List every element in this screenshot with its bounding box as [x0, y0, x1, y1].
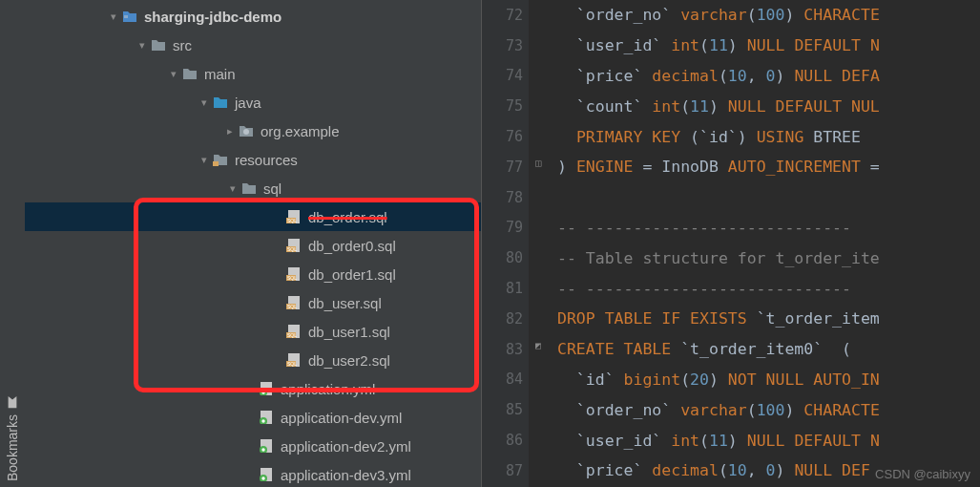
svg-point-29	[261, 448, 264, 451]
tree-item-label: application-dev3.yml	[281, 467, 411, 483]
yml-icon	[258, 410, 275, 425]
expand-arrow-icon[interactable]: ▾	[197, 96, 212, 109]
fold-up-icon[interactable]: ◫	[535, 158, 541, 168]
line-number: 74	[482, 61, 529, 92]
tree-item-label: application-dev2.yml	[281, 438, 411, 455]
tree-item-db-order-sql[interactable]: SQLdb_order.sql	[25, 202, 481, 231]
folder-blue-icon	[212, 95, 229, 110]
tree-item-label: db_order.sql	[308, 209, 387, 225]
sql-icon: SQL	[285, 324, 302, 339]
tree-item-db-user2-sql[interactable]: SQLdb_user2.sql	[25, 346, 481, 374]
code-line[interactable]	[557, 182, 980, 213]
line-number: 81	[482, 273, 529, 304]
sql-icon: SQL	[285, 266, 302, 282]
line-number: 83	[482, 334, 529, 365]
tree-item-application-dev3-yml[interactable]: application-dev3.yml	[25, 460, 481, 487]
code-line[interactable]: `price` decimal(10, 0) NULL DEF	[557, 455, 980, 486]
sql-icon: SQL	[285, 238, 302, 253]
tree-item-db-order1-sql[interactable]: SQLdb_order1.sql	[25, 260, 481, 288]
tree-item-db-order0-sql[interactable]: SQLdb_order0.sql	[25, 231, 481, 260]
svg-point-26	[261, 419, 264, 422]
tree-item-main[interactable]: ▾main	[25, 59, 481, 88]
svg-point-1	[243, 129, 249, 135]
line-number: 79	[482, 213, 529, 244]
sql-icon: SQL	[285, 295, 302, 310]
editor-gutter: 72737475767778798081828384858687	[481, 0, 529, 487]
code-line[interactable]: `order_no` varchar(100) CHARACTE	[557, 0, 980, 31]
line-number: 73	[482, 31, 529, 61]
tree-item-label: db_user1.sql	[308, 324, 390, 340]
yml-icon	[258, 467, 275, 482]
expand-arrow-icon[interactable]: ▾	[166, 68, 181, 80]
yml-icon	[258, 381, 275, 396]
tree-item-application-dev2-yml[interactable]: application-dev2.yml	[25, 432, 481, 460]
tree-item-sharging-jdbc-demo[interactable]: ▾sharging-jdbc-demo	[25, 2, 481, 31]
line-number: 85	[482, 394, 529, 425]
tree-item-application-yml[interactable]: application.yml	[25, 374, 481, 403]
code-line[interactable]: ◩CREATE TABLE `t_order_item0` (	[557, 334, 980, 365]
line-number: 84	[482, 365, 529, 395]
folder-icon	[240, 180, 258, 196]
tree-item-label: db_order1.sql	[308, 266, 396, 283]
tree-item-label: application.yml	[281, 381, 375, 397]
svg-rect-0	[124, 15, 128, 18]
line-number: 77	[482, 152, 529, 182]
tree-item-db-user-sql[interactable]: SQLdb_user.sql	[25, 288, 481, 317]
line-number: 80	[482, 243, 529, 273]
line-number: 72	[482, 0, 529, 31]
fold-down-icon[interactable]: ◩	[535, 340, 541, 350]
tree-item-label: org.example	[261, 123, 340, 139]
tree-item-application-dev-yml[interactable]: application-dev.yml	[25, 403, 481, 432]
line-number: 86	[482, 425, 529, 455]
code-editor[interactable]: `order_no` varchar(100) CHARACTE `user_i…	[529, 0, 980, 487]
tree-item-sql[interactable]: ▾sql	[25, 174, 481, 202]
code-line[interactable]: `user_id` int(11) NULL DEFAULT N	[557, 425, 980, 455]
sql-icon: SQL	[285, 352, 302, 368]
line-number: 75	[482, 91, 529, 121]
folder-icon	[150, 37, 167, 53]
tree-item-src[interactable]: ▾src	[25, 31, 481, 59]
code-line[interactable]: `count` int(11) NULL DEFAULT NUL	[557, 91, 980, 121]
code-line[interactable]: -- ----------------------------	[557, 273, 980, 304]
package-icon	[238, 123, 255, 138]
expand-arrow-icon[interactable]: ▾	[135, 39, 150, 52]
tree-item-label: db_user.sql	[308, 295, 382, 311]
tree-item-label: src	[173, 37, 192, 53]
line-number: 76	[482, 121, 529, 152]
code-line[interactable]: PRIMARY KEY (`id`) USING BTREE	[557, 121, 980, 152]
code-line[interactable]: DROP TABLE IF EXISTS `t_order_item	[557, 304, 980, 334]
project-tree-panel[interactable]: ▾sharging-jdbc-demo▾src▾main▾java▸org.ex…	[25, 0, 481, 487]
sql-icon: SQL	[285, 209, 302, 224]
folder-icon	[181, 66, 198, 81]
tree-item-db-user1-sql[interactable]: SQLdb_user1.sql	[25, 317, 481, 346]
expand-arrow-icon[interactable]: ▸	[222, 125, 238, 138]
tree-item-resources[interactable]: ▾resources	[25, 145, 481, 174]
svg-text:SQL: SQL	[287, 332, 297, 338]
code-line[interactable]: ◫) ENGINE = InnoDB AUTO_INCREMENT =	[557, 152, 980, 182]
tree-item-java[interactable]: ▾java	[25, 88, 481, 116]
expand-arrow-icon[interactable]: ▾	[225, 182, 240, 195]
svg-point-23	[261, 391, 264, 393]
code-line[interactable]: `id` bigint(20) NOT NULL AUTO_IN	[557, 365, 980, 395]
line-number: 87	[482, 455, 529, 486]
bookmarks-label: Bookmarks	[5, 414, 20, 481]
module-icon	[121, 9, 138, 24]
svg-point-32	[261, 476, 264, 479]
tree-item-label: java	[235, 95, 261, 111]
resources-icon	[212, 152, 229, 167]
tree-item-label: db_user2.sql	[308, 352, 390, 369]
expand-arrow-icon[interactable]: ▾	[197, 154, 212, 166]
tree-item-label: resources	[235, 152, 298, 168]
bookmarks-tab[interactable]: Bookmarks	[0, 0, 25, 487]
code-line[interactable]: `order_no` varchar(100) CHARACTE	[557, 394, 980, 425]
line-number: 78	[482, 182, 529, 213]
code-line[interactable]: -- Table structure for t_order_ite	[557, 243, 980, 273]
code-line[interactable]: `price` decimal(10, 0) NULL DEFA	[557, 61, 980, 92]
code-line[interactable]: -- ----------------------------	[557, 213, 980, 244]
svg-text:SQL: SQL	[287, 218, 297, 223]
tree-item-org-example[interactable]: ▸org.example	[25, 116, 481, 145]
tree-item-label: sql	[263, 180, 281, 197]
expand-arrow-icon[interactable]: ▾	[106, 11, 121, 23]
code-line[interactable]: `user_id` int(11) NULL DEFAULT N	[557, 31, 980, 61]
tree-item-label: db_order0.sql	[308, 238, 396, 254]
